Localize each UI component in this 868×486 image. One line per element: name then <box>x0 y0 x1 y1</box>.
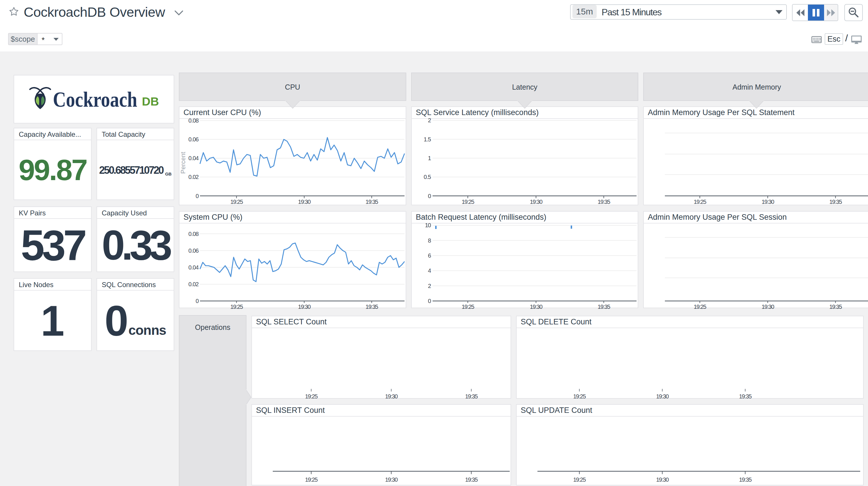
svg-text:19:25: 19:25 <box>573 393 586 400</box>
svg-text:19:30: 19:30 <box>762 199 774 205</box>
svg-text:19:35: 19:35 <box>366 304 378 310</box>
svg-text:19:35: 19:35 <box>739 393 752 400</box>
svg-text:0: 0 <box>196 193 199 199</box>
svg-text:19:35: 19:35 <box>829 304 842 310</box>
svg-text:6: 6 <box>428 252 431 259</box>
svg-text:19:35: 19:35 <box>597 199 610 205</box>
svg-text:0.04: 0.04 <box>188 155 199 161</box>
svg-text:4: 4 <box>428 267 431 274</box>
svg-text:19:30: 19:30 <box>656 393 669 400</box>
svg-text:0.06: 0.06 <box>188 136 199 143</box>
svg-text:0.08: 0.08 <box>188 117 199 124</box>
svg-text:19:30: 19:30 <box>298 199 311 205</box>
svg-text:0.08: 0.08 <box>188 231 199 237</box>
svg-text:19:30: 19:30 <box>530 199 542 205</box>
svg-text:1: 1 <box>428 155 431 161</box>
svg-text:19:25: 19:25 <box>462 304 474 310</box>
svg-text:19:25: 19:25 <box>694 304 707 310</box>
svg-text:19:35: 19:35 <box>739 477 752 483</box>
svg-text:19:30: 19:30 <box>530 304 542 310</box>
svg-text:1.5: 1.5 <box>424 136 431 143</box>
svg-text:DB: DB <box>142 95 159 108</box>
svg-text:2: 2 <box>428 283 431 289</box>
svg-text:0: 0 <box>428 298 431 304</box>
svg-text:10: 10 <box>425 222 431 228</box>
svg-text:0.02: 0.02 <box>188 174 199 180</box>
svg-text:19:35: 19:35 <box>597 304 610 310</box>
svg-text:8: 8 <box>428 237 431 244</box>
svg-text:0: 0 <box>428 193 431 199</box>
svg-text:0.06: 0.06 <box>188 248 199 254</box>
svg-text:2: 2 <box>428 117 431 123</box>
svg-text:0.5: 0.5 <box>424 174 431 180</box>
svg-text:19:25: 19:25 <box>573 477 586 483</box>
svg-text:19:25: 19:25 <box>694 199 707 205</box>
svg-text:19:35: 19:35 <box>366 199 378 205</box>
svg-text:0.02: 0.02 <box>188 281 199 287</box>
svg-text:19:35: 19:35 <box>829 199 842 205</box>
svg-text:Cockroach: Cockroach <box>53 88 137 111</box>
svg-text:0.04: 0.04 <box>188 264 199 270</box>
svg-text:19:25: 19:25 <box>305 477 318 483</box>
svg-text:0: 0 <box>196 298 199 304</box>
svg-text:Percent: Percent <box>180 152 187 174</box>
svg-text:19:25: 19:25 <box>230 304 243 310</box>
svg-text:19:30: 19:30 <box>385 393 398 400</box>
svg-text:19:30: 19:30 <box>762 304 774 310</box>
svg-text:19:25: 19:25 <box>305 393 318 400</box>
svg-text:19:25: 19:25 <box>462 199 474 205</box>
svg-text:19:30: 19:30 <box>385 477 398 483</box>
svg-text:19:25: 19:25 <box>230 199 243 205</box>
svg-text:19:30: 19:30 <box>298 304 311 310</box>
svg-text:19:30: 19:30 <box>656 477 669 483</box>
svg-text:19:35: 19:35 <box>465 477 478 483</box>
svg-text:19:35: 19:35 <box>465 393 478 400</box>
